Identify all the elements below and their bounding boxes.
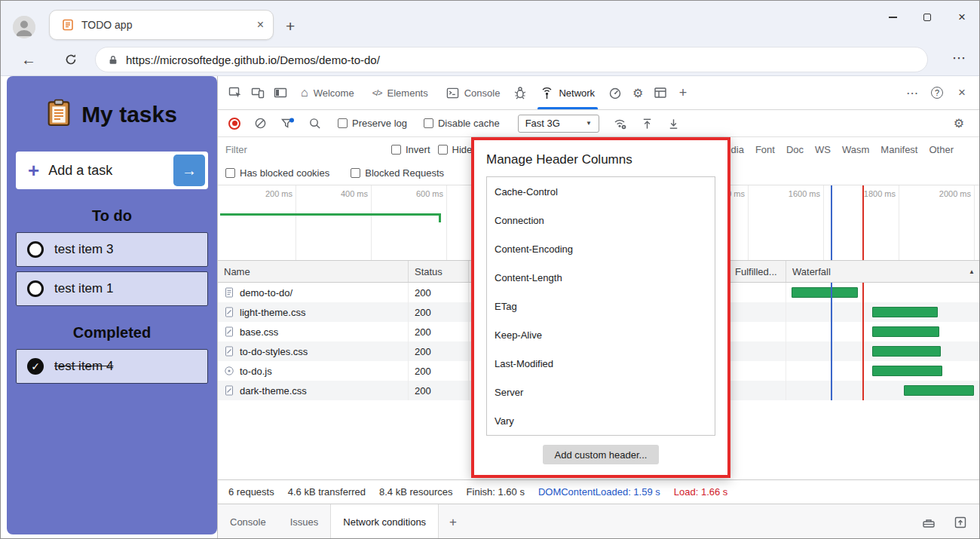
clear-icon[interactable] (254, 117, 267, 130)
task-checkbox-checked[interactable]: ✓ (27, 358, 44, 375)
task-checkbox[interactable] (27, 241, 44, 258)
debugger-icon[interactable] (510, 83, 530, 103)
filter-funnel-icon[interactable] (280, 117, 295, 130)
has-blocked-cookies-checkbox[interactable]: Has blocked cookies (225, 167, 329, 179)
tab-close-icon[interactable]: × (257, 18, 264, 32)
gear-icon[interactable]: ⚙ (628, 83, 648, 103)
address-bar[interactable]: https://microsoftedge.github.io/Demos/de… (95, 47, 928, 72)
tab-network[interactable]: Network (533, 76, 602, 109)
toolbox-icon[interactable] (919, 513, 939, 532)
request-status: 200 (415, 385, 431, 397)
devtools-close-icon[interactable]: × (952, 83, 972, 103)
filter-input[interactable] (225, 144, 354, 155)
header-column-option[interactable]: ETag (487, 292, 715, 320)
window-maximize-button[interactable] (910, 1, 945, 34)
browser-menu-icon[interactable]: ⋯ (952, 50, 966, 66)
search-icon[interactable] (308, 117, 321, 130)
todo-item[interactable]: test item 1 (16, 271, 208, 306)
throttling-dropdown[interactable]: Fast 3G ▼ (518, 115, 599, 133)
browser-tab[interactable]: TODO app × (49, 10, 274, 40)
header-column-option[interactable]: Vary (487, 406, 715, 435)
stylesheet-icon (224, 307, 234, 317)
browser-window: TODO app × + × ← (0, 0, 980, 539)
tab-console[interactable]: Console (439, 76, 508, 109)
header-column-option[interactable]: Content-Length (487, 263, 715, 292)
load-marker-line (862, 185, 864, 260)
resources-size: 8.4 kB resources (379, 486, 453, 498)
tab-elements[interactable]: </> Elements (365, 76, 436, 109)
request-status: 200 (415, 307, 431, 318)
invert-checkbox[interactable]: Invert (391, 144, 430, 155)
activity-bar-icon[interactable] (271, 83, 290, 103)
header-column-option[interactable]: Cache-Control (487, 177, 715, 206)
add-panel-button[interactable]: + (673, 83, 693, 103)
expand-panel-icon[interactable] (951, 513, 970, 532)
header-column-option[interactable]: Last-Modified (487, 349, 715, 378)
back-button[interactable]: ← (17, 48, 40, 71)
performance-icon[interactable] (605, 83, 625, 103)
header-column-option[interactable]: Keep-Alive (487, 320, 715, 349)
load-time: Load: 1.66 s (674, 486, 728, 498)
inspect-icon[interactable] (225, 83, 245, 103)
new-tab-button[interactable]: + (286, 17, 295, 35)
preserve-log-checkbox[interactable]: Preserve log (338, 118, 407, 129)
header-column-option[interactable]: Connection (487, 206, 715, 234)
completed-section-title: Completed (7, 324, 217, 341)
submit-task-button[interactable]: → (173, 155, 205, 186)
devtools-drawer: Console Issues Network conditions + (218, 504, 980, 539)
add-task-label: Add a task (48, 163, 173, 179)
filter-font[interactable]: Font (755, 144, 775, 155)
column-header-fulfilled[interactable]: Fulfilled... (729, 261, 786, 282)
add-custom-header-button[interactable]: Add custom header... (543, 445, 660, 464)
device-toolbar-icon[interactable] (248, 83, 268, 103)
todo-section-title: To do (7, 207, 217, 225)
drawer-tab-issues[interactable]: Issues (278, 504, 331, 539)
window-minimize-button[interactable] (875, 1, 910, 34)
header-columns-list: Cache-Control Connection Content-Encodin… (486, 176, 715, 436)
filter-wasm[interactable]: Wasm (842, 144, 869, 155)
devtools-tab-bar: ⌂ Welcome </> Elements Console (218, 76, 980, 110)
header-column-option[interactable]: Server (487, 378, 715, 406)
import-har-icon[interactable] (641, 117, 654, 130)
tab-welcome[interactable]: ⌂ Welcome (293, 76, 362, 109)
column-header-status[interactable]: Status (409, 261, 469, 282)
add-drawer-tab-button[interactable]: + (449, 515, 457, 530)
column-header-waterfall[interactable]: Waterfall ▲ (786, 261, 980, 282)
task-checkbox[interactable] (27, 280, 44, 297)
export-har-icon[interactable] (667, 117, 680, 130)
todo-item[interactable]: test item 3 (16, 232, 208, 267)
todo-item-completed[interactable]: ✓ test item 4 (16, 349, 208, 384)
application-icon[interactable] (651, 83, 670, 103)
drawer-tab-console[interactable]: Console (218, 504, 278, 539)
header-column-option[interactable]: Content-Encoding (487, 234, 715, 263)
request-status: 200 (415, 366, 431, 377)
more-options-icon[interactable]: ⋯ (902, 83, 922, 103)
waterfall-bar (872, 326, 939, 337)
record-button[interactable] (228, 118, 240, 130)
disable-cache-checkbox[interactable]: Disable cache (424, 118, 500, 129)
filter-doc[interactable]: Doc (786, 144, 804, 155)
task-label: test item 4 (54, 359, 113, 374)
window-controls: × (875, 1, 979, 34)
blocked-requests-label: Blocked Requests (365, 167, 444, 179)
add-task-button[interactable]: + Add a task → (16, 152, 208, 189)
timeline-tick: 1600 ms (789, 189, 820, 198)
blocked-requests-checkbox[interactable]: Blocked Requests (351, 167, 444, 179)
network-conditions-icon[interactable] (613, 117, 627, 130)
dcl-marker-line (831, 283, 832, 400)
help-icon[interactable]: ? (931, 87, 943, 99)
manage-header-columns-popup: Manage Header Columns Cache-Control Conn… (474, 140, 727, 475)
window-close-button[interactable]: × (945, 1, 979, 34)
drawer-tab-network-conditions[interactable]: Network conditions (330, 504, 439, 539)
network-settings-gear-icon[interactable]: ⚙ (949, 114, 969, 133)
preserve-log-label: Preserve log (352, 118, 407, 129)
filter-manifest[interactable]: Manifest (880, 144, 917, 155)
throttling-value: Fast 3G (525, 118, 560, 129)
filter-other[interactable]: Other (929, 144, 954, 155)
checkbox-icon (424, 118, 433, 128)
profile-avatar[interactable] (13, 16, 35, 38)
column-header-name[interactable]: Name (218, 261, 409, 282)
todo-app-title: My tasks (81, 102, 177, 127)
filter-ws[interactable]: WS (815, 144, 831, 155)
refresh-button[interactable] (60, 48, 82, 71)
